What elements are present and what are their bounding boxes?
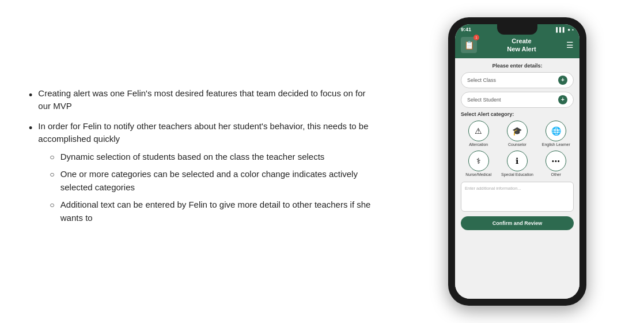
counselor-icon: 🎓 <box>507 121 528 141</box>
select-class-button[interactable]: Select Class + <box>461 72 574 88</box>
select-student-icon: + <box>558 95 567 104</box>
category-grid: ⚠ Altercation 🎓 Counselor 🌐 English Lear… <box>461 121 574 178</box>
status-time: 9:41 <box>461 27 471 32</box>
alert-category-label: Select Alert category: <box>461 111 574 117</box>
other-icon: ••• <box>545 151 566 171</box>
altercation-label: Altercation <box>469 142 488 147</box>
category-english-learner[interactable]: 🌐 English Learner <box>539 121 574 147</box>
battery-icon: ▪ <box>572 27 574 32</box>
sub-item-2: One or more categories can be selected a… <box>38 168 374 194</box>
phone-device: 9:41 ▌▌▌ ● ▪ 📋 1 Create New Alert <box>448 17 586 306</box>
english-learner-icon: 🌐 <box>545 121 566 141</box>
english-learner-label: English Learner <box>542 142 570 147</box>
special-ed-icon: ℹ <box>507 151 528 171</box>
app-header: 📋 1 Create New Alert ☰ <box>455 33 579 58</box>
additional-info-textarea[interactable]: Enter additional information... <box>461 182 574 212</box>
phone-screen: 9:41 ▌▌▌ ● ▪ 📋 1 Create New Alert <box>455 24 579 299</box>
notification-icon-button[interactable]: 📋 1 <box>461 37 477 53</box>
notification-badge: 1 <box>473 35 479 40</box>
phone-wrapper: 9:41 ▌▌▌ ● ▪ 📋 1 Create New Alert <box>408 17 627 306</box>
details-label: Please enter details: <box>461 63 574 69</box>
app-content: Please enter details: Select Class + Sel… <box>455 58 579 299</box>
nurse-icon: ⚕ <box>468 151 489 171</box>
signal-icon: ▌▌▌ <box>556 27 566 32</box>
left-panel: Creating alert was one Felin's most desi… <box>17 81 386 242</box>
header-title: Create New Alert <box>507 37 536 54</box>
altercation-icon: ⚠ <box>468 121 489 141</box>
menu-icon-button[interactable]: ☰ <box>566 40 574 50</box>
hamburger-icon: ☰ <box>566 40 574 50</box>
sub-item-1: Dynamic selection of students based on t… <box>38 151 374 164</box>
select-class-label: Select Class <box>467 77 496 83</box>
bullet-item-1: Creating alert was one Felin's most desi… <box>29 87 374 113</box>
select-student-button[interactable]: Select Student + <box>461 92 574 108</box>
sub-text-2: One or more categories can be selected a… <box>60 168 374 194</box>
bullet-item-2: In order for Felin to notify other teach… <box>29 120 374 230</box>
bullet-text-1: Creating alert was one Felin's most desi… <box>38 87 374 113</box>
counselor-label: Counselor <box>508 142 526 147</box>
sub-text-3: Additional text can be entered by Felin … <box>60 198 374 224</box>
category-special-ed[interactable]: ℹ Special Education <box>499 151 535 177</box>
other-label: Other <box>551 172 562 177</box>
bell-icon: 📋 <box>464 40 474 50</box>
sub-text-1: Dynamic selection of students based on t… <box>60 151 325 164</box>
textarea-placeholder: Enter additional information... <box>465 186 521 191</box>
phone-notch <box>497 24 537 35</box>
category-other[interactable]: ••• Other <box>539 151 574 177</box>
select-student-label: Select Student <box>467 97 501 103</box>
category-altercation[interactable]: ⚠ Altercation <box>461 121 496 147</box>
status-icons: ▌▌▌ ● ▪ <box>556 27 574 32</box>
category-counselor[interactable]: 🎓 Counselor <box>499 121 535 147</box>
category-nurse[interactable]: ⚕ Nurse/Medical <box>461 151 496 177</box>
confirm-review-button[interactable]: Confirm and Review <box>461 216 574 230</box>
nurse-label: Nurse/Medical <box>465 172 491 177</box>
special-ed-label: Special Education <box>501 172 533 177</box>
sub-item-3: Additional text can be entered by Felin … <box>38 198 374 224</box>
bullet-text-2: In order for Felin to notify other teach… <box>38 121 368 144</box>
wifi-icon: ● <box>567 27 570 32</box>
select-class-icon: + <box>558 76 567 85</box>
header-title-line1: Create <box>507 37 536 45</box>
sub-bullet-list: Dynamic selection of students based on t… <box>38 151 374 225</box>
main-bullet-list: Creating alert was one Felin's most desi… <box>29 87 374 230</box>
header-title-line2: New Alert <box>507 45 536 53</box>
